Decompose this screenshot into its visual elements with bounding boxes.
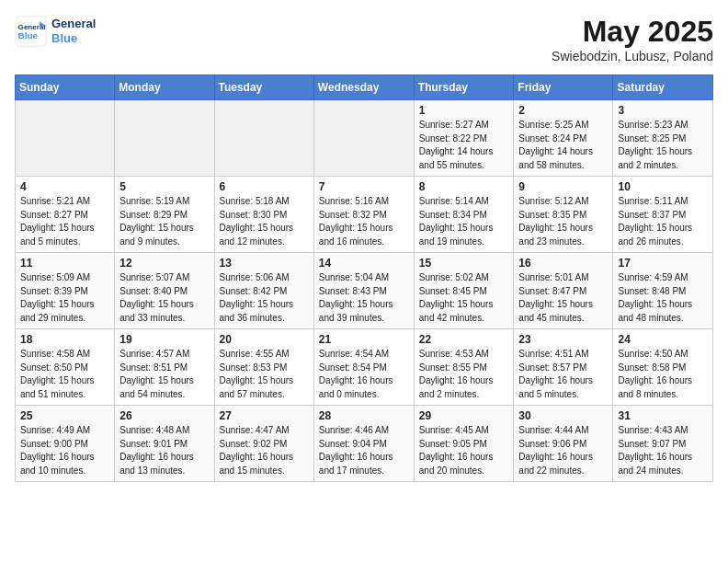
day-number: 17 [618, 257, 708, 270]
calendar-cell: 14Sunrise: 5:04 AMSunset: 8:43 PMDayligh… [313, 253, 414, 329]
day-number: 1 [419, 104, 509, 117]
day-info: Sunrise: 4:45 AMSunset: 9:05 PMDaylight:… [419, 424, 509, 477]
day-info: Sunrise: 4:58 AMSunset: 8:50 PMDaylight:… [20, 348, 109, 401]
calendar-cell: 22Sunrise: 4:53 AMSunset: 8:55 PMDayligh… [414, 329, 514, 406]
calendar-cell [115, 100, 214, 177]
day-info: Sunrise: 4:47 AMSunset: 9:02 PMDaylight:… [220, 424, 309, 477]
calendar-cell: 21Sunrise: 4:54 AMSunset: 8:54 PMDayligh… [313, 329, 414, 406]
day-info: Sunrise: 4:53 AMSunset: 8:55 PMDaylight:… [419, 348, 509, 401]
calendar-cell: 2Sunrise: 5:25 AMSunset: 8:24 PMDaylight… [514, 100, 613, 177]
day-number: 27 [220, 409, 309, 422]
day-info: Sunrise: 5:11 AMSunset: 8:37 PMDaylight:… [618, 195, 708, 248]
day-info: Sunrise: 4:50 AMSunset: 8:58 PMDaylight:… [618, 348, 708, 401]
calendar-cell: 24Sunrise: 4:50 AMSunset: 8:58 PMDayligh… [613, 329, 713, 406]
day-info: Sunrise: 4:59 AMSunset: 8:48 PMDaylight:… [618, 271, 708, 325]
day-info: Sunrise: 5:27 AMSunset: 8:22 PMDaylight:… [419, 119, 509, 172]
calendar-cell: 3Sunrise: 5:23 AMSunset: 8:25 PMDaylight… [613, 100, 713, 177]
day-info: Sunrise: 5:16 AMSunset: 8:32 PMDaylight:… [319, 195, 409, 248]
day-info: Sunrise: 4:48 AMSunset: 9:01 PMDaylight:… [119, 424, 209, 477]
calendar-cell: 15Sunrise: 5:02 AMSunset: 8:45 PMDayligh… [414, 253, 514, 329]
day-number: 20 [220, 333, 309, 346]
logo-general: General [51, 17, 96, 30]
month-title: May 2025 [552, 15, 713, 49]
calendar-cell: 30Sunrise: 4:44 AMSunset: 9:06 PMDayligh… [514, 406, 613, 482]
day-info: Sunrise: 5:18 AMSunset: 8:30 PMDaylight:… [220, 195, 309, 248]
calendar-cell: 29Sunrise: 4:45 AMSunset: 9:05 PMDayligh… [414, 406, 514, 482]
day-info: Sunrise: 5:25 AMSunset: 8:24 PMDaylight:… [518, 119, 608, 172]
day-number: 13 [220, 257, 309, 270]
calendar-cell: 5Sunrise: 5:19 AMSunset: 8:29 PMDaylight… [115, 177, 214, 253]
calendar-cell: 13Sunrise: 5:06 AMSunset: 8:42 PMDayligh… [214, 253, 313, 329]
calendar-cell [313, 100, 414, 177]
weekday-header-wednesday: Wednesday [313, 75, 414, 100]
calendar-cell: 26Sunrise: 4:48 AMSunset: 9:01 PMDayligh… [115, 406, 214, 482]
day-number: 22 [419, 333, 509, 346]
weekday-header-row: SundayMondayTuesdayWednesdayThursdayFrid… [16, 75, 713, 100]
weekday-header-thursday: Thursday [414, 75, 514, 100]
day-number: 12 [119, 257, 209, 270]
day-number: 10 [618, 180, 708, 193]
calendar-cell: 19Sunrise: 4:57 AMSunset: 8:51 PMDayligh… [115, 329, 214, 406]
calendar-cell: 9Sunrise: 5:12 AMSunset: 8:35 PMDaylight… [514, 177, 613, 253]
calendar-cell: 25Sunrise: 4:49 AMSunset: 9:00 PMDayligh… [16, 406, 115, 482]
calendar-week-4: 18Sunrise: 4:58 AMSunset: 8:50 PMDayligh… [16, 329, 713, 406]
day-info: Sunrise: 5:23 AMSunset: 8:25 PMDaylight:… [618, 119, 708, 172]
day-info: Sunrise: 5:07 AMSunset: 8:40 PMDaylight:… [119, 271, 209, 325]
calendar-cell: 18Sunrise: 4:58 AMSunset: 8:50 PMDayligh… [16, 329, 115, 406]
day-number: 28 [319, 409, 409, 422]
logo-blue: Blue [51, 31, 96, 45]
calendar-cell: 17Sunrise: 4:59 AMSunset: 8:48 PMDayligh… [613, 253, 713, 329]
day-info: Sunrise: 5:12 AMSunset: 8:35 PMDaylight:… [518, 195, 608, 248]
calendar-cell: 8Sunrise: 5:14 AMSunset: 8:34 PMDaylight… [414, 177, 514, 253]
calendar-cell: 16Sunrise: 5:01 AMSunset: 8:47 PMDayligh… [514, 253, 613, 329]
weekday-header-tuesday: Tuesday [214, 75, 313, 100]
calendar-cell: 28Sunrise: 4:46 AMSunset: 9:04 PMDayligh… [313, 406, 414, 482]
day-number: 23 [518, 333, 608, 346]
calendar-cell: 4Sunrise: 5:21 AMSunset: 8:27 PMDaylight… [16, 177, 115, 253]
day-number: 31 [618, 409, 708, 422]
day-info: Sunrise: 5:09 AMSunset: 8:39 PMDaylight:… [20, 271, 109, 325]
weekday-header-sunday: Sunday [16, 75, 115, 100]
svg-text:Blue: Blue [18, 30, 39, 40]
day-info: Sunrise: 4:51 AMSunset: 8:57 PMDaylight:… [518, 348, 608, 401]
day-number: 14 [319, 257, 409, 270]
day-number: 30 [518, 409, 608, 422]
day-info: Sunrise: 5:02 AMSunset: 8:45 PMDaylight:… [419, 271, 509, 325]
day-info: Sunrise: 5:14 AMSunset: 8:34 PMDaylight:… [419, 195, 509, 248]
day-number: 29 [419, 409, 509, 422]
day-number: 24 [618, 333, 708, 346]
day-number: 5 [119, 180, 209, 193]
day-number: 2 [518, 104, 608, 117]
calendar-table: SundayMondayTuesdayWednesdayThursdayFrid… [15, 75, 713, 482]
day-number: 16 [518, 257, 608, 270]
day-info: Sunrise: 5:01 AMSunset: 8:47 PMDaylight:… [518, 271, 608, 325]
day-number: 3 [618, 104, 708, 117]
day-number: 11 [20, 257, 109, 270]
weekday-header-monday: Monday [115, 75, 214, 100]
day-number: 21 [319, 333, 409, 346]
calendar-cell: 6Sunrise: 5:18 AMSunset: 8:30 PMDaylight… [214, 177, 313, 253]
day-info: Sunrise: 4:46 AMSunset: 9:04 PMDaylight:… [319, 424, 409, 477]
calendar-cell [214, 100, 313, 177]
calendar-cell: 23Sunrise: 4:51 AMSunset: 8:57 PMDayligh… [514, 329, 613, 406]
calendar-week-3: 11Sunrise: 5:09 AMSunset: 8:39 PMDayligh… [16, 253, 713, 329]
day-info: Sunrise: 5:06 AMSunset: 8:42 PMDaylight:… [220, 271, 309, 325]
day-info: Sunrise: 5:04 AMSunset: 8:43 PMDaylight:… [319, 271, 409, 325]
day-number: 8 [419, 180, 509, 193]
day-number: 25 [20, 409, 109, 422]
day-info: Sunrise: 4:57 AMSunset: 8:51 PMDaylight:… [119, 348, 209, 401]
calendar-cell: 20Sunrise: 4:55 AMSunset: 8:53 PMDayligh… [214, 329, 313, 406]
day-info: Sunrise: 5:19 AMSunset: 8:29 PMDaylight:… [119, 195, 209, 248]
day-info: Sunrise: 4:44 AMSunset: 9:06 PMDaylight:… [518, 424, 608, 477]
logo: General Blue General Blue [15, 15, 96, 48]
day-number: 7 [319, 180, 409, 193]
calendar-week-2: 4Sunrise: 5:21 AMSunset: 8:27 PMDaylight… [16, 177, 713, 253]
day-info: Sunrise: 4:49 AMSunset: 9:00 PMDaylight:… [20, 424, 109, 477]
calendar-cell: 7Sunrise: 5:16 AMSunset: 8:32 PMDaylight… [313, 177, 414, 253]
day-info: Sunrise: 4:55 AMSunset: 8:53 PMDaylight:… [220, 348, 309, 401]
page-header: General Blue General Blue May 2025 Swieb… [15, 15, 713, 63]
calendar-cell: 31Sunrise: 4:43 AMSunset: 9:07 PMDayligh… [613, 406, 713, 482]
weekday-header-saturday: Saturday [613, 75, 713, 100]
day-info: Sunrise: 4:43 AMSunset: 9:07 PMDaylight:… [618, 424, 708, 477]
calendar-cell: 10Sunrise: 5:11 AMSunset: 8:37 PMDayligh… [613, 177, 713, 253]
